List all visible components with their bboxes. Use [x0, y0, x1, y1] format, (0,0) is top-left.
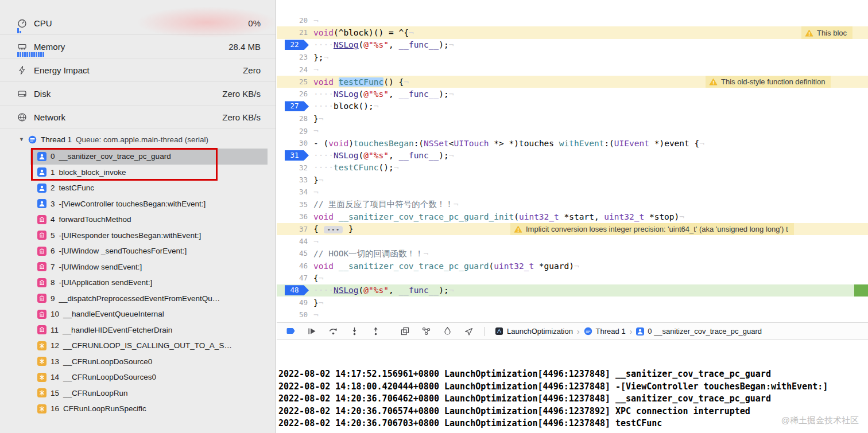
- gutter[interactable]: 50: [277, 309, 313, 321]
- stack-frame-0[interactable]: 0 __sanitizer_cov_trace_pc_guard: [0, 149, 276, 165]
- code-line-30[interactable]: 30- (void)touchesBegan:(NSSet<UITouch *>…: [277, 137, 868, 149]
- gutter[interactable]: 34: [277, 186, 313, 198]
- warning-annotation[interactable]: This old-style function definition: [706, 76, 831, 88]
- code-line-26[interactable]: 26····NSLog(@"%s", __func__);¬: [277, 88, 868, 100]
- gauge-row-1[interactable]: Memory 28.4 MB: [0, 35, 276, 58]
- gutter[interactable]: 22: [277, 39, 313, 51]
- code-line-29[interactable]: 29¬: [277, 125, 868, 137]
- warning-annotation[interactable]: This bloc: [801, 26, 852, 38]
- gutter[interactable]: 48: [277, 284, 313, 297]
- stack-frame-13[interactable]: 13 __CFRunLoopDoSource0: [0, 354, 276, 370]
- code-line-46[interactable]: 46void __sanitizer_cov_trace_pc_guard(ui…: [277, 260, 868, 272]
- stack-frame-2[interactable]: 2 testCFunc: [0, 180, 276, 196]
- code-line-24[interactable]: 24¬: [277, 64, 868, 76]
- thread-header[interactable]: ▼ Thread 1 Queue: com.apple.main-thread …: [0, 132, 276, 147]
- gutter[interactable]: 36: [277, 210, 313, 223]
- code-line-36[interactable]: 36void __sanitizer_cov_trace_pc_guard_in…: [277, 210, 868, 223]
- stack-frame-11[interactable]: 11 __handleHIDEventFetcherDrain: [0, 322, 276, 338]
- code-line-37[interactable]: 37{ ••• }Implicit conversion loses integ…: [277, 223, 868, 235]
- stack-frame-14[interactable]: 14 __CFRunLoopDoSources0: [0, 369, 276, 385]
- code-line-49[interactable]: 49}¬: [277, 297, 868, 309]
- console-output[interactable]: 2022-08-02 14:17:52.156961+0800 LaunchOp…: [277, 340, 868, 433]
- code-line-34[interactable]: 34¬: [277, 186, 868, 198]
- breakpoint-indicator[interactable]: 27: [285, 101, 309, 111]
- environment-overrides-icon[interactable]: [443, 326, 452, 336]
- step-out-icon[interactable]: [371, 326, 381, 336]
- breadcrumb-item[interactable]: 0 __sanitizer_cov_trace_pc_guard: [636, 327, 762, 336]
- gutter[interactable]: 31: [277, 149, 313, 161]
- gutter[interactable]: 49: [277, 297, 313, 309]
- stack-frame-10[interactable]: 10 __handleEventQueueInternal: [0, 306, 276, 322]
- stack-frame-8[interactable]: 8 -[UIApplication sendEvent:]: [0, 275, 276, 291]
- stack-frame-9[interactable]: 9 __dispatchPreprocessedEventFromEventQu…: [0, 291, 276, 307]
- gutter[interactable]: 20: [277, 14, 313, 26]
- stack-frame-12[interactable]: 12 __CFRUNLOOP_IS_CALLING_OUT_TO_A_S…: [0, 338, 276, 354]
- code-line-50[interactable]: 50¬: [277, 309, 868, 321]
- code-line-20[interactable]: 20¬: [277, 14, 868, 26]
- gauge-row-0[interactable]: CPU 0%: [0, 11, 276, 35]
- gutter[interactable]: 21: [277, 26, 313, 38]
- gutter[interactable]: 45: [277, 247, 313, 259]
- gauge-row-2[interactable]: Energy Impact Zero: [0, 58, 276, 82]
- view-hierarchy-icon[interactable]: [400, 326, 410, 336]
- gutter[interactable]: 46: [277, 260, 313, 272]
- warning-annotation[interactable]: Implicit conversion loses integer precis…: [510, 223, 794, 235]
- step-over-icon[interactable]: [328, 326, 338, 336]
- breakpoints-toggle-icon[interactable]: [286, 326, 296, 336]
- gutter[interactable]: 35: [277, 198, 313, 210]
- continue-icon[interactable]: [307, 326, 317, 336]
- frame-number: 8: [51, 278, 55, 287]
- breakpoint-indicator[interactable]: 31: [285, 150, 309, 161]
- frame-label: -[UIWindow sendEvent:]: [59, 263, 142, 271]
- frame-number: 12: [51, 341, 59, 350]
- stack-frame-16[interactable]: 16 CFRunLoopRunSpecific: [0, 401, 276, 417]
- code-line-28[interactable]: 28}¬: [277, 112, 868, 124]
- code-line-44[interactable]: 44¬: [277, 235, 868, 247]
- memory-graph-icon[interactable]: [421, 326, 431, 336]
- code-line-48[interactable]: 48····NSLog(@"%s", __func__);¬: [277, 284, 868, 297]
- gauge-row-3[interactable]: Disk Zero KB/s: [0, 82, 276, 106]
- gutter[interactable]: 37: [277, 223, 313, 235]
- gutter[interactable]: 29: [277, 125, 313, 137]
- code-token: }: [313, 175, 319, 185]
- breakpoint-indicator[interactable]: 48: [285, 285, 309, 295]
- gutter[interactable]: 27: [277, 100, 313, 112]
- step-into-icon[interactable]: [350, 326, 359, 336]
- code-line-21[interactable]: 21void(^block)() = ^{¬This bloc: [277, 26, 868, 38]
- code-line-22[interactable]: 22····NSLog(@"%s", __func__);¬: [277, 39, 868, 51]
- code-token: ····: [313, 102, 334, 111]
- stack-frame-7[interactable]: 7 -[UIWindow sendEvent:]: [0, 259, 276, 275]
- gutter[interactable]: 32: [277, 162, 313, 174]
- code-line-23[interactable]: 23};¬: [277, 51, 868, 63]
- gutter[interactable]: 44: [277, 235, 313, 247]
- code-line-35[interactable]: 35// 里面反应了项目中符号的个数！！¬: [277, 198, 868, 210]
- stack-frame-5[interactable]: 5 -[UIResponder touchesBegan:withEvent:]: [0, 228, 276, 244]
- gutter[interactable]: 28: [277, 112, 313, 124]
- gutter[interactable]: 23: [277, 51, 313, 63]
- stack-frame-3[interactable]: 3 -[ViewController touchesBegan:withEven…: [0, 196, 276, 212]
- gutter[interactable]: 47: [277, 272, 313, 284]
- gauge-row-4[interactable]: Network Zero KB/s: [0, 106, 276, 129]
- code-line-32[interactable]: 32····testCFunc();¬: [277, 162, 868, 174]
- breadcrumb-item[interactable]: LaunchOptimization: [495, 327, 573, 336]
- stack-frame-15[interactable]: 15 __CFRunLoopRun: [0, 385, 276, 401]
- code-line-47[interactable]: 47{¬: [277, 272, 868, 284]
- code-line-45[interactable]: 45// HOOK一切的回调函数！！¬: [277, 247, 868, 259]
- gutter[interactable]: 30: [277, 137, 313, 149]
- stack-frame-1[interactable]: 1 block_block_invoke: [0, 165, 276, 181]
- breakpoint-indicator[interactable]: 22: [285, 40, 309, 50]
- code-line-25[interactable]: 25void testCFunc() {¬This old-style func…: [277, 76, 868, 88]
- gutter[interactable]: 25: [277, 76, 313, 88]
- code-editor[interactable]: 20¬21void(^block)() = ^{¬This bloc22····…: [277, 0, 868, 322]
- breadcrumb-item[interactable]: Thread 1: [584, 327, 626, 336]
- gutter[interactable]: 26: [277, 88, 313, 100]
- disclosure-triangle-icon[interactable]: ▼: [19, 136, 24, 142]
- stack-frame-6[interactable]: 6 -[UIWindow _sendTouchesForEvent:]: [0, 243, 276, 259]
- code-line-33[interactable]: 33}¬: [277, 174, 868, 186]
- stack-frame-4[interactable]: 4 forwardTouchMethod: [0, 212, 276, 228]
- gutter[interactable]: 24: [277, 64, 313, 76]
- simulate-location-icon[interactable]: [464, 326, 474, 336]
- code-line-31[interactable]: 31····NSLog(@"%s", __func__);¬: [277, 149, 868, 161]
- code-line-27[interactable]: 27····block();¬: [277, 100, 868, 112]
- gutter[interactable]: 33: [277, 174, 313, 186]
